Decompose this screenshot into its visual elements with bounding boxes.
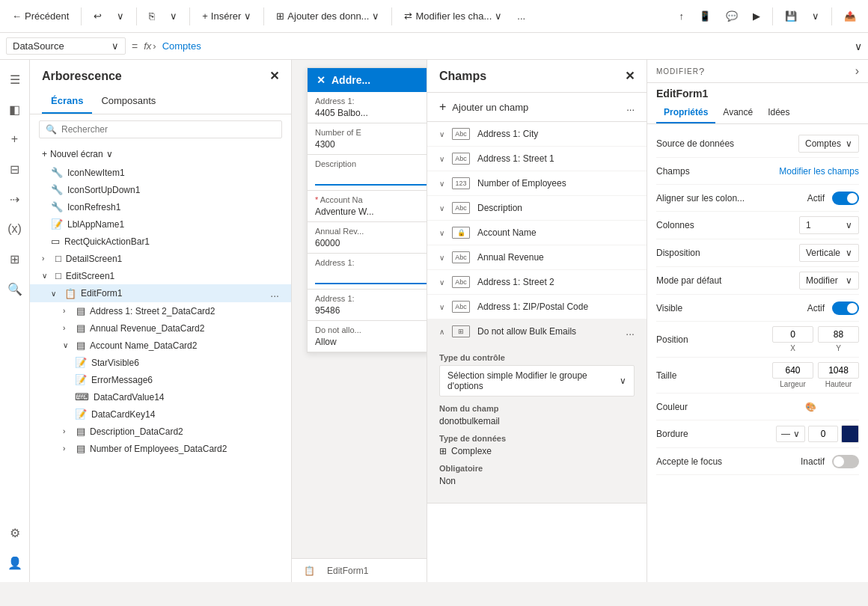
prop-w-input[interactable] [772, 362, 813, 379]
hamburger-icon[interactable]: ☰ [1, 66, 28, 93]
name-box[interactable]: DataSource ∨ [6, 37, 126, 55]
champ-more-icon[interactable]: ... [626, 325, 635, 337]
tab-advanced[interactable]: Avancé [715, 102, 760, 123]
variable-icon[interactable]: (x) [1, 215, 28, 242]
prop-toggle-align[interactable] [832, 192, 859, 205]
tree-item-annualRevenueCard[interactable]: › ▤ Annual Revenue_DataCard2 [30, 319, 291, 337]
prop-h-input[interactable] [818, 362, 859, 379]
canvas-field-6: Address 1: 95486 [308, 290, 427, 321]
champ-item-zip[interactable]: ∨ Abc Address 1: ZIP/Postal Code [427, 295, 647, 319]
champ-item-street1[interactable]: ∨ Abc Address 1: Street 1 [427, 147, 647, 171]
champ-item-city[interactable]: ∨ Abc Address 1: City [427, 122, 647, 147]
tab-screens[interactable]: Écrans [42, 89, 92, 114]
champ-item-revenue[interactable]: ∨ Abc Annual Revenue [427, 245, 647, 270]
tree-label: Account Name_DataCard2 [90, 340, 197, 351]
settings-icon[interactable]: ⚙ [1, 519, 28, 546]
tree-item-street2Card[interactable]: › ▤ Address 1: Street 2_DataCard2 [30, 302, 291, 319]
tab-ideas[interactable]: Idées [760, 102, 797, 123]
phone-button[interactable]: 📱 [693, 7, 717, 25]
user-icon[interactable]: 👤 [1, 549, 28, 576]
modify-button[interactable]: ⇄ Modifier les cha... ∨ [398, 7, 508, 25]
chevron-card3: ∨ [63, 341, 72, 349]
tree-item-lblAppName[interactable]: 📝 LblAppName1 [30, 215, 291, 233]
field-label-1: Number of E [315, 128, 427, 137]
tab-components[interactable]: Composants [92, 89, 165, 114]
tab-properties[interactable]: Propriétés [656, 102, 715, 123]
tree-item-rectQuickAction[interactable]: ▭ RectQuickActionBar1 [30, 233, 291, 250]
champ-item-street2[interactable]: ∨ Abc Address 1: Street 2 [427, 270, 647, 295]
more-button[interactable]: ... [511, 7, 531, 25]
insert-button[interactable]: + Insérer ∨ [196, 7, 257, 25]
prop-border-color[interactable] [841, 425, 859, 443]
prop-dropdown-datasource[interactable]: Comptes ∨ [798, 135, 859, 153]
tree-item-accountNameCard[interactable]: ∨ ▤ Account Name_DataCard2 [30, 337, 291, 354]
undo-chevron[interactable]: ∨ [111, 7, 130, 25]
play-button[interactable]: ▶ [747, 7, 766, 25]
props-body: Source de données Comptes ∨ Champs Modif… [647, 124, 868, 582]
tree-item-dataCardKey[interactable]: 📝 DataCardKey14 [30, 405, 291, 423]
layers-icon[interactable]: ◧ [1, 96, 28, 123]
tree-item-editForm[interactable]: ∨ 📋 EditForm1 ... [30, 284, 291, 302]
back-button[interactable]: ← Précédent [6, 7, 75, 25]
prop-dropdown-columns[interactable]: 1 ∨ [799, 216, 859, 234]
save-chevron[interactable]: ∨ [806, 7, 825, 25]
tree-item-editScreen[interactable]: ∨ □ EditScreen1 [30, 267, 291, 284]
champ-item-description[interactable]: ∨ Abc Description [427, 196, 647, 221]
formula-expand-icon[interactable]: ∨ [855, 40, 862, 52]
comment-button[interactable]: 💬 [720, 7, 744, 25]
prop-color-picker-btn[interactable]: 🎨 [799, 399, 859, 415]
copy-button[interactable]: ⎘ [143, 7, 161, 25]
close-icon[interactable]: ✕ [269, 69, 279, 83]
champ-item-bulk[interactable]: ∧ ⊞ Do not allow Bulk Emails ... [427, 319, 647, 344]
chevron-card4: › [63, 427, 72, 435]
prop-y-input[interactable] [818, 326, 859, 343]
tree-item-iconNewItem[interactable]: 🔧 IconNewItem1 [30, 164, 291, 181]
tree-item-dataCardValue[interactable]: ⌨ DataCardValue14 [30, 388, 291, 405]
tree-item-errorMessage[interactable]: 📝 ErrorMessage6 [30, 371, 291, 388]
formula-value[interactable]: Comptes [162, 40, 849, 52]
chevron-expanded: ∨ [42, 272, 51, 280]
control-type-select[interactable]: Sélection simple Modifier le groupe d'op… [439, 365, 635, 397]
share-button[interactable]: ↑ [673, 7, 691, 25]
canvas-field-input-5[interactable] [315, 269, 427, 284]
prop-toggle-visible[interactable] [832, 302, 859, 315]
new-screen-button[interactable]: + Nouvel écran ∨ [30, 144, 291, 164]
flow-icon[interactable]: ⇢ [1, 186, 28, 212]
tree-item-iconRefresh[interactable]: 🔧 IconRefresh1 [30, 198, 291, 215]
more-icon[interactable]: ... [270, 287, 279, 299]
undo-button[interactable]: ↩ [88, 7, 108, 25]
required-label: Obligatoire [439, 464, 635, 473]
canvas-field-input-2[interactable] [315, 171, 427, 186]
publish-button[interactable]: 📤 [838, 7, 862, 25]
tree-item-iconSortUpDown[interactable]: 🔧 IconSortUpDown1 [30, 181, 291, 198]
champ-item-accountname[interactable]: ∨ 🔒 Account Name [427, 221, 647, 245]
search-icon[interactable]: 🔍 [1, 275, 28, 302]
copy-chevron[interactable]: ∨ [164, 7, 183, 25]
components-icon[interactable]: ⊞ [1, 245, 28, 272]
tree-item-descCard[interactable]: › ▤ Description_DataCard2 [30, 423, 291, 440]
add-data-button[interactable]: ⊞ Ajouter des donn... ∨ [270, 7, 385, 25]
save-button[interactable]: 💾 [779, 7, 803, 25]
champ-item-employees[interactable]: ∨ 123 Number of Employees [427, 171, 647, 196]
data-type-label: Type de données [439, 434, 635, 443]
prop-toggle-focus[interactable] [832, 455, 859, 468]
tree-item-employeesCard[interactable]: › ▤ Number of Employees_DataCard2 [30, 440, 291, 457]
close-form-icon[interactable]: ✕ [317, 74, 326, 86]
add-icon[interactable]: + [1, 126, 28, 153]
prop-dropdown-mode[interactable]: Modifier ∨ [799, 272, 859, 290]
prop-link-champs[interactable]: Modifier les champs [779, 166, 859, 177]
prop-border-width[interactable] [808, 426, 838, 442]
help-icon[interactable]: ? [699, 66, 704, 77]
champs-close-icon[interactable]: ✕ [625, 69, 635, 83]
database-icon[interactable]: ⊟ [1, 156, 28, 183]
champs-more[interactable]: ... [626, 102, 635, 113]
prop-dropdown-disposition[interactable]: Verticale ∨ [799, 244, 859, 262]
modifier-label: MODIFIER [656, 67, 699, 76]
prop-border-style[interactable]: — ∨ [776, 426, 805, 442]
tree-item-starVisible[interactable]: 📝 StarVisible6 [30, 354, 291, 371]
prop-x-input[interactable] [772, 326, 813, 343]
tree-item-detailScreen[interactable]: › □ DetailScreen1 [30, 250, 291, 267]
add-field-button[interactable]: + Ajouter un champ ... [427, 93, 647, 122]
expand-icon[interactable]: › [855, 64, 859, 78]
search-input[interactable] [61, 124, 275, 135]
